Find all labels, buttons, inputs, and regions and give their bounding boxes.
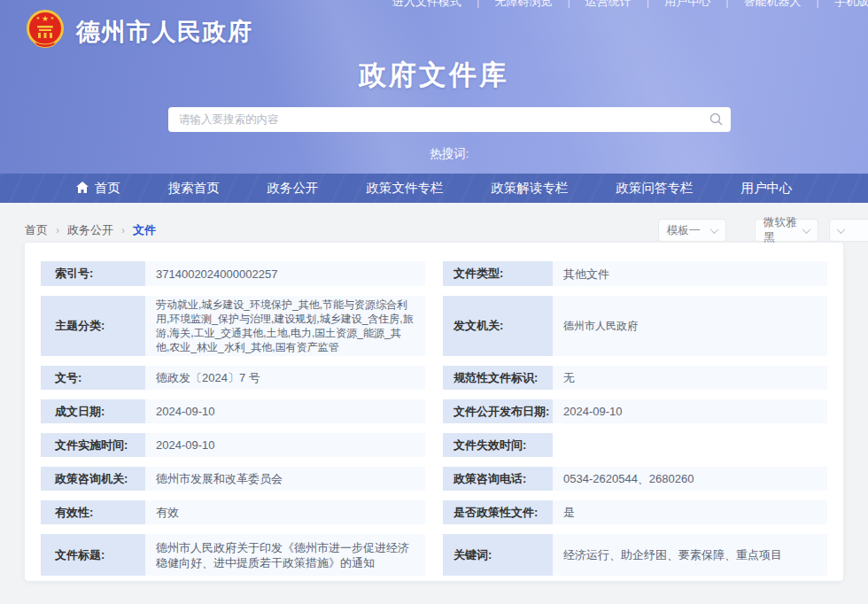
field-value: 无: [553, 366, 827, 390]
field-label: 文件标题:: [41, 534, 145, 576]
utility-link-file-mode[interactable]: 进入文件模式: [392, 0, 461, 8]
breadcrumb-row: 首页 › 政务公开 › 文件 模板一 微软雅黑: [0, 203, 868, 243]
field-row-doc-type: 文件类型: 其他文件: [443, 261, 827, 286]
field-row-doc-number: 文号: 德政发〔2024〕7 号: [41, 366, 425, 390]
separator: |: [567, 0, 570, 8]
font-dropdown-value: 微软雅黑: [763, 215, 803, 245]
utility-link-stats[interactable]: 运营统计: [585, 0, 632, 8]
chevron-right-icon: ›: [121, 224, 125, 236]
breadcrumb-current: 文件: [133, 222, 156, 238]
search-input[interactable]: [168, 107, 731, 132]
nav-item-gov-disclosure[interactable]: 政务公开: [244, 174, 343, 203]
field-label: 是否政策性文件:: [443, 500, 553, 524]
field-label: 文件公开发布日期:: [443, 399, 553, 423]
field-row-keywords: 关键词: 经济运行、助企纾困、要素保障、重点项目: [443, 534, 827, 576]
field-label: 政策咨询电话:: [443, 467, 553, 491]
nav-item-label: 政策解读专栏: [492, 180, 569, 197]
breadcrumb: 首页 › 政务公开 › 文件: [25, 222, 156, 238]
content-area: 首页 › 政务公开 › 文件 模板一 微软雅黑 索引号:: [0, 203, 868, 604]
fields-left-column: 索引号: 3714002024000002257 主题分类: 劳动就业,城乡建设…: [41, 261, 425, 581]
field-row-publish-date: 文件公开发布日期: 2024-09-10: [443, 399, 827, 423]
utility-link-mobile[interactable]: 手机版: [834, 0, 868, 8]
field-row-is-policy-doc: 是否政策性文件: 是: [443, 500, 827, 524]
field-value: 2024-09-10: [553, 399, 827, 423]
chevron-right-icon: ›: [56, 224, 59, 236]
nav-item-label: 政策文件专栏: [367, 180, 444, 197]
field-value: 德政发〔2024〕7 号: [145, 366, 425, 390]
nav-item-home[interactable]: 首页: [52, 174, 144, 203]
national-emblem-icon: ★ ★ ★: [26, 10, 65, 54]
nav-item-user-center[interactable]: 用户中心: [717, 174, 817, 203]
field-label: 规范性文件标识:: [443, 366, 553, 390]
field-row-normative-flag: 规范性文件标识: 无: [443, 366, 827, 390]
field-row-consult-phone: 政策咨询电话: 0534-2620544、2680260: [443, 467, 827, 491]
main-nav: 首页 搜索首页 政务公开 政策文件专栏 政策解读专栏 政策问答专栏 用户中心: [0, 174, 868, 203]
nav-item-policy-interpretation[interactable]: 政策解读专栏: [468, 174, 593, 203]
field-label: 文件类型:: [443, 261, 553, 286]
nav-item-label: 用户中心: [741, 180, 793, 197]
field-label: 有效性:: [41, 500, 145, 524]
nav-item-label: 政务公开: [267, 180, 319, 197]
page-title: 政府文件库: [0, 57, 868, 94]
field-row-topic-category: 主题分类: 劳动就业,城乡建设_环境保护_其他,节能与资源综合利用,环境监测_保…: [41, 296, 425, 356]
nav-item-search-home[interactable]: 搜索首页: [144, 174, 244, 203]
field-value: 2024-09-10: [145, 433, 425, 457]
svg-text:★: ★: [42, 14, 49, 23]
site-logo-link[interactable]: ★ ★ ★ 德州市人民政府: [26, 10, 253, 54]
field-row-issuing-agency: 发文机关: 德州市人民政府: [443, 296, 827, 356]
utility-nav: 进入文件模式|无障碍浏览|运营统计|用户中心|智能机器人|手机版: [392, 0, 868, 10]
separator: |: [477, 0, 479, 8]
field-label: 文件实施时间:: [41, 433, 145, 457]
field-value: 德州市人民政府: [553, 296, 827, 356]
nav-item-policy-documents[interactable]: 政策文件专栏: [343, 174, 468, 203]
nav-item-policy-qa[interactable]: 政策问答专栏: [593, 174, 717, 203]
field-value: 德州市发展和改革委员会: [145, 467, 425, 491]
field-label: 成文日期:: [41, 399, 145, 423]
field-value: [553, 433, 827, 457]
hot-search-label: 热搜词:: [168, 146, 731, 162]
field-row-validity: 有效性: 有效: [41, 500, 425, 524]
fields-right-column: 文件类型: 其他文件 发文机关: 德州市人民政府 规范性文件标识: 无 文件公开…: [443, 261, 827, 581]
chevron-down-icon: [837, 225, 846, 234]
search-bar: [168, 107, 731, 132]
field-value: 0534-2620544、2680260: [553, 467, 827, 491]
utility-link-chatbot[interactable]: 智能机器人: [744, 0, 802, 8]
nav-item-label: 搜索首页: [168, 180, 220, 197]
chevron-down-icon: [710, 225, 719, 234]
display-toolbar: 模板一 微软雅黑: [658, 219, 843, 242]
utility-link-accessibility[interactable]: 无障碍浏览: [494, 0, 552, 8]
chevron-down-icon: [802, 225, 811, 234]
document-fields: 索引号: 3714002024000002257 主题分类: 劳动就业,城乡建设…: [41, 261, 827, 581]
nav-item-label: 政策问答专栏: [616, 180, 694, 197]
field-row-consult-agency: 政策咨询机关: 德州市发展和改革委员会: [41, 467, 425, 491]
breadcrumb-section[interactable]: 政务公开: [67, 222, 113, 238]
field-value: 经济运行、助企纾困、要素保障、重点项目: [553, 534, 827, 576]
field-label: 文号:: [41, 366, 145, 390]
separator: |: [647, 0, 649, 8]
field-row-doc-title: 文件标题: 德州市人民政府关于印发《德州市进一步促进经济稳健向好、进中提质若干政…: [41, 534, 425, 576]
field-label: 索引号:: [41, 261, 145, 286]
field-row-expiry-date: 文件失效时间:: [443, 433, 827, 457]
search-icon[interactable]: [709, 112, 723, 127]
template-dropdown[interactable]: 模板一: [658, 219, 726, 242]
separator: |: [725, 0, 728, 8]
nav-item-label: 首页: [95, 180, 120, 197]
breadcrumb-home[interactable]: 首页: [25, 222, 48, 238]
field-label: 主题分类:: [41, 296, 145, 356]
svg-text:★: ★: [36, 15, 41, 20]
site-name: 德州市人民政府: [76, 16, 253, 48]
field-label: 关键词:: [443, 534, 553, 576]
field-row-implementation-date: 文件实施时间: 2024-09-10: [41, 433, 425, 457]
field-row-issue-date: 成文日期: 2024-09-10: [41, 399, 425, 423]
field-value: 其他文件: [553, 261, 827, 286]
field-value: 劳动就业,城乡建设_环境保护_其他,节能与资源综合利用,环境监测_保护与治理,建…: [145, 296, 425, 356]
field-value: 德州市人民政府关于印发《德州市进一步促进经济稳健向好、进中提质若干政策措施》的通…: [145, 534, 425, 576]
font-dropdown[interactable]: 微软雅黑: [755, 219, 818, 242]
field-label: 发文机关:: [443, 296, 553, 356]
field-value: 有效: [145, 500, 425, 524]
template-dropdown-value: 模板一: [667, 223, 701, 238]
home-icon: [76, 182, 89, 196]
field-value: 3714002024000002257: [145, 261, 425, 286]
font-size-dropdown[interactable]: [829, 219, 868, 242]
utility-link-user-center[interactable]: 用户中心: [664, 0, 710, 8]
